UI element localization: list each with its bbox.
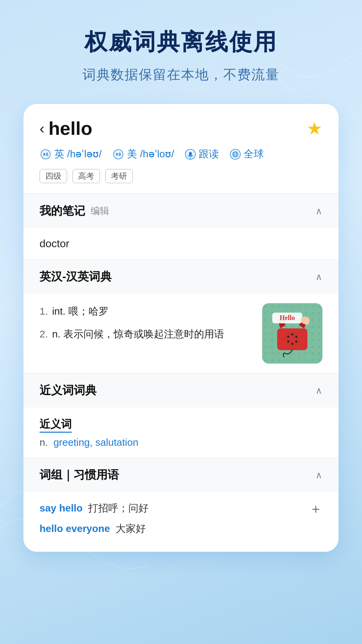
svg-rect-3: [189, 152, 192, 156]
hero-section: 权威词典离线使用 词典数据保留在本地，不费流量: [82, 27, 280, 84]
dict-section: 英汉-汉英词典 ∧ 1. int. 喂；哈罗 2. n. 表示问候，惊奇或唤起注…: [23, 259, 339, 373]
svg-point-17: [295, 340, 297, 342]
word-tags: 四级 高考 考研: [40, 169, 322, 183]
dictionary-card: ‹ hello ★ 英 /hə: [23, 104, 339, 552]
word-title-left: ‹ hello: [40, 117, 92, 139]
dict-item-2: 2. n. 表示问候，惊奇或唤起注意时的用语: [40, 326, 254, 342]
svg-point-20: [287, 336, 289, 338]
phrase-content-2: hello everyone 大家好: [40, 522, 146, 536]
synonym-section: 近义词词典 ∧ 近义词 n. greeting, salutation: [23, 373, 339, 458]
back-button[interactable]: ‹: [40, 121, 45, 136]
notes-body: doctor: [23, 228, 339, 259]
us-pron-text: 美 /həˈloʊ/: [127, 147, 174, 161]
synonym-content: n. greeting, salutation: [40, 437, 322, 448]
phrases-title: 词组｜习惯用语: [40, 467, 119, 483]
phrases-chevron: ∧: [315, 470, 322, 481]
favorite-button[interactable]: ★: [307, 118, 322, 139]
us-audio-icon[interactable]: [112, 148, 124, 160]
phrase-english-2[interactable]: hello everyone: [40, 523, 110, 534]
note-content: doctor: [40, 237, 322, 250]
svg-text:Hello: Hello: [280, 314, 295, 321]
notes-title-row: 我的笔记 编辑: [40, 203, 109, 219]
notes-edit-button[interactable]: 编辑: [90, 205, 109, 217]
synonym-title: 近义词词典: [40, 383, 97, 398]
word-header: ‹ hello ★ 英 /hə: [23, 104, 339, 194]
phrases-section: 词组｜习惯用语 ∧ say hello 打招呼；问好 ＋ hello every…: [23, 458, 339, 552]
tag-cet4: 四级: [40, 169, 67, 183]
svg-point-14: [288, 334, 297, 344]
dict-title: 英汉-汉英词典: [40, 269, 112, 284]
phrase-row-1: say hello 打招呼；问好 ＋: [40, 501, 322, 515]
uk-audio-icon[interactable]: [40, 148, 52, 160]
svg-point-15: [291, 333, 293, 335]
follow-read-button[interactable]: 跟读: [185, 147, 219, 161]
follow-read-label: 跟读: [199, 147, 219, 161]
dict-text-2: n. 表示问候，惊奇或唤起注意时的用语: [52, 328, 224, 339]
notes-title: 我的笔记: [40, 203, 85, 219]
hero-subtitle: 词典数据保留在本地，不费流量: [82, 65, 280, 84]
dict-section-header[interactable]: 英汉-汉英词典 ∧: [23, 260, 339, 294]
tag-gaokao: 高考: [72, 169, 100, 183]
synonym-chevron: ∧: [315, 385, 322, 396]
word-display: hello: [49, 117, 93, 139]
uk-pronunciation[interactable]: 英 /həˈləʊ/: [40, 147, 102, 161]
dict-num-1: 1.: [40, 306, 48, 317]
phrases-section-header[interactable]: 词组｜习惯用语 ∧: [23, 458, 339, 492]
pronunciation-row: 英 /həˈləʊ/ 美 /həˈloʊ/: [40, 147, 322, 161]
hero-title: 权威词典离线使用: [82, 27, 280, 57]
synonym-type: n.: [40, 437, 48, 448]
dict-item-1: 1. int. 喂；哈罗: [40, 303, 254, 319]
uk-pron-text: 英 /həˈləʊ/: [54, 147, 102, 161]
dict-image: Hello: [262, 303, 322, 364]
phrase-chinese-1: 打招呼；问好: [88, 502, 148, 514]
us-pronunciation[interactable]: 美 /həˈloʊ/: [112, 147, 174, 161]
svg-point-18: [291, 343, 293, 345]
notes-chevron: ∧: [315, 206, 322, 217]
dict-definitions: 1. int. 喂；哈罗 2. n. 表示问候，惊奇或唤起注意时的用语: [40, 303, 254, 364]
phrase-row-2: hello everyone 大家好: [40, 522, 322, 536]
tag-kaoyan: 考研: [105, 169, 133, 183]
phrase-english-1[interactable]: say hello: [40, 502, 82, 514]
phrase-add-button-1[interactable]: ＋: [309, 502, 322, 515]
synonym-section-header[interactable]: 近义词词典 ∧: [23, 373, 339, 408]
notes-section: 我的笔记 编辑 ∧ doctor: [23, 194, 339, 259]
global-label: 全球: [244, 147, 264, 161]
dict-chevron: ∧: [315, 271, 322, 282]
notes-section-header[interactable]: 我的笔记 编辑 ∧: [23, 194, 339, 228]
phrase-chinese-2: 大家好: [116, 523, 146, 534]
svg-point-19: [287, 340, 289, 342]
dict-body: 1. int. 喂；哈罗 2. n. 表示问候，惊奇或唤起注意时的用语: [23, 294, 339, 373]
phrases-body: say hello 打招呼；问好 ＋ hello everyone 大家好: [23, 492, 339, 552]
dict-num-2: 2.: [40, 328, 48, 339]
global-button[interactable]: 全球: [230, 147, 264, 161]
phrase-content-1: say hello 打招呼；问好: [40, 501, 148, 515]
synonym-label: 近义词: [40, 417, 72, 433]
synonym-words: greeting, salutation: [53, 437, 138, 448]
dict-text-1: int. 喂；哈罗: [52, 306, 108, 317]
svg-point-16: [295, 336, 297, 338]
synonym-body: 近义词 n. greeting, salutation: [23, 408, 339, 458]
